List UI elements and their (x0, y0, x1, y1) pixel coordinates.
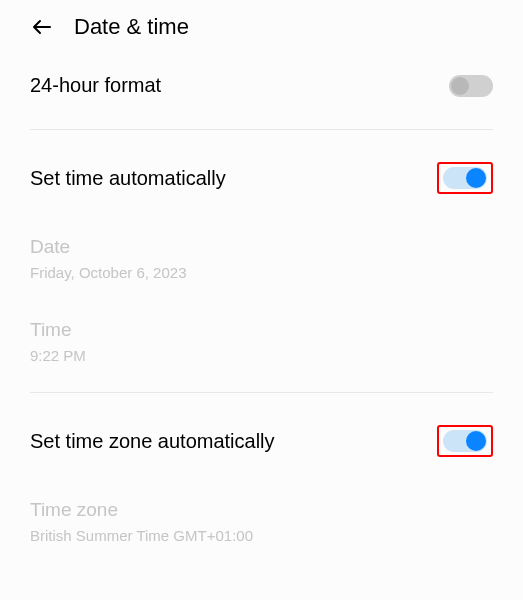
auto-timezone-row: Set time zone automatically (30, 401, 493, 481)
clock-format-row: 24-hour format (30, 50, 493, 121)
auto-time-toggle-highlight (437, 162, 493, 194)
time-row: Time 9:22 PM (30, 301, 493, 372)
auto-timezone-label: Set time zone automatically (30, 430, 275, 453)
auto-timezone-toggle[interactable] (443, 430, 487, 452)
auto-time-row: Set time automatically (30, 138, 493, 218)
header: Date & time (0, 0, 523, 50)
timezone-row: Time zone British Summer Time GMT+01:00 (30, 481, 493, 552)
divider (30, 392, 493, 393)
page-title: Date & time (74, 14, 189, 40)
auto-timezone-toggle-highlight (437, 425, 493, 457)
clock-format-toggle[interactable] (449, 75, 493, 97)
date-row: Date Friday, October 6, 2023 (30, 218, 493, 289)
date-label: Date (30, 236, 493, 258)
back-arrow-icon[interactable] (30, 15, 54, 39)
auto-time-label: Set time automatically (30, 167, 226, 190)
divider (30, 129, 493, 130)
clock-format-label: 24-hour format (30, 74, 161, 97)
settings-content: 24-hour format Set time automatically Da… (0, 50, 523, 552)
auto-time-toggle[interactable] (443, 167, 487, 189)
date-value: Friday, October 6, 2023 (30, 264, 493, 281)
time-value: 9:22 PM (30, 347, 493, 364)
time-label: Time (30, 319, 493, 341)
timezone-value: British Summer Time GMT+01:00 (30, 527, 493, 544)
timezone-label: Time zone (30, 499, 493, 521)
